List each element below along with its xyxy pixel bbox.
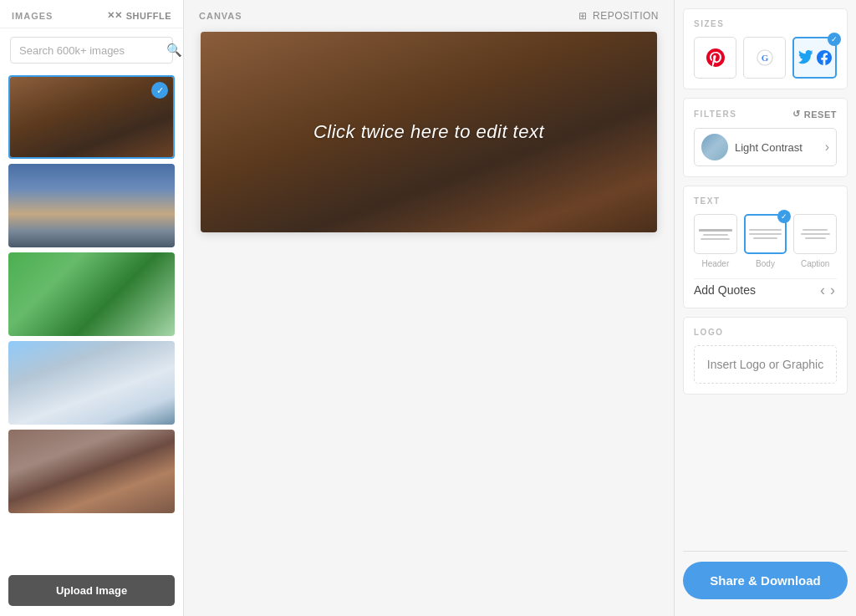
filter-preview (701, 134, 728, 160)
search-icon[interactable]: 🔍 (166, 43, 182, 58)
insert-logo-button[interactable]: Insert Logo or Graphic (694, 345, 837, 384)
reset-label: RESET (804, 109, 837, 120)
search-bar: 🔍 (10, 37, 173, 64)
add-quotes-label: Add Quotes (694, 283, 756, 297)
caption-style-box (793, 214, 837, 254)
image-preview-sky (8, 164, 175, 247)
center-panel: CANVAS ⊞ REPOSITION Click twice here to … (184, 0, 674, 616)
canvas-label: CANVAS (199, 11, 242, 21)
reposition-icon: ⊞ (578, 10, 588, 22)
reposition-button[interactable]: ⊞ REPOSITION (578, 10, 659, 22)
size-selected-check-icon: ✓ (828, 33, 841, 46)
body-label: Body (756, 259, 775, 268)
quotes-arrows: ‹ › (818, 283, 837, 298)
add-quotes-row: Add Quotes ‹ › (694, 278, 837, 298)
social-icons (798, 50, 832, 65)
quotes-prev-button[interactable]: ‹ (818, 283, 827, 298)
quotes-next-button[interactable]: › (828, 283, 837, 298)
images-grid: ✓ (0, 72, 183, 568)
sizes-section: SIZES G ✓ (683, 8, 848, 89)
body-check-icon: ✓ (777, 210, 791, 223)
caption-line-1 (802, 229, 828, 231)
text-style-body[interactable]: ✓ Body (744, 214, 787, 268)
text-section: TEXT Header ✓ Body (683, 186, 848, 308)
header-line-3 (701, 238, 730, 240)
canvas-edit-text[interactable]: Click twice here to edit text (313, 121, 544, 143)
upload-image-button[interactable]: Upload Image (8, 575, 175, 606)
size-option-google[interactable]: G (743, 37, 786, 79)
share-section: Share & Download (683, 551, 848, 608)
image-preview-snow (8, 341, 175, 425)
filter-dropdown[interactable]: Light Contrast › (694, 128, 837, 166)
sizes-options-row: G ✓ (694, 37, 837, 79)
header-style-box (694, 214, 737, 254)
size-option-social[interactable]: ✓ (792, 37, 837, 79)
text-style-header[interactable]: Header (694, 214, 737, 268)
chevron-down-icon: › (825, 140, 829, 155)
text-title: TEXT (694, 196, 837, 206)
logo-title: LOGO (694, 328, 837, 337)
reset-button[interactable]: ↺ RESET (792, 109, 837, 120)
body-line-1 (749, 229, 781, 231)
share-divider (683, 551, 848, 552)
google-icon: G (756, 48, 774, 67)
body-line-2 (749, 233, 781, 235)
header-line-1 (699, 229, 732, 232)
list-item[interactable] (8, 252, 175, 336)
list-item[interactable]: ✓ (8, 75, 175, 159)
shuffle-label: SHUFFLE (126, 11, 171, 21)
search-input[interactable] (19, 44, 160, 57)
selected-check-icon: ✓ (151, 82, 168, 99)
body-style-box: ✓ (744, 214, 787, 254)
shuffle-icon: ✕✕ (107, 10, 123, 21)
caption-label: Caption (801, 259, 829, 268)
logo-section: LOGO Insert Logo or Graphic (683, 317, 848, 395)
caption-line-3 (805, 237, 826, 239)
text-styles-row: Header ✓ Body Caption (694, 214, 837, 268)
reposition-label: REPOSITION (593, 10, 659, 22)
body-line-3 (753, 237, 777, 239)
filters-section: FILTERS ↺ RESET Light Contrast › (683, 98, 848, 177)
images-title: IMAGES (12, 11, 53, 21)
filter-thumbnail (701, 134, 728, 160)
sizes-title: SIZES (694, 19, 837, 28)
left-header: IMAGES ✕✕ SHUFFLE (0, 0, 183, 28)
reset-icon: ↺ (792, 109, 801, 120)
left-panel: IMAGES ✕✕ SHUFFLE 🔍 ✓ Upload Image (0, 0, 184, 616)
pinterest-icon (706, 48, 725, 67)
canvas-area[interactable]: Click twice here to edit text (201, 32, 657, 232)
filters-title: FILTERS (694, 109, 736, 119)
right-panel: SIZES G ✓ FILTERS (674, 0, 856, 616)
right-spacer (675, 395, 856, 542)
caption-line-2 (801, 233, 830, 235)
text-style-caption[interactable]: Caption (793, 214, 837, 268)
image-preview-logs (8, 430, 175, 513)
image-preview-green (8, 252, 175, 336)
shuffle-button[interactable]: ✕✕ SHUFFLE (107, 10, 171, 21)
header-label: Header (701, 259, 729, 268)
canvas-header: CANVAS ⊞ REPOSITION (184, 0, 674, 32)
filters-header: FILTERS ↺ RESET (694, 109, 837, 120)
image-preview-wood (10, 77, 173, 157)
size-option-pinterest[interactable] (694, 37, 736, 79)
list-item[interactable] (8, 164, 175, 247)
share-download-button[interactable]: Share & Download (683, 562, 848, 599)
filter-selected-label: Light Contrast (735, 141, 818, 154)
list-item[interactable] (8, 430, 175, 513)
svg-text:G: G (761, 53, 768, 63)
list-item[interactable] (8, 341, 175, 425)
header-line-2 (703, 234, 728, 236)
